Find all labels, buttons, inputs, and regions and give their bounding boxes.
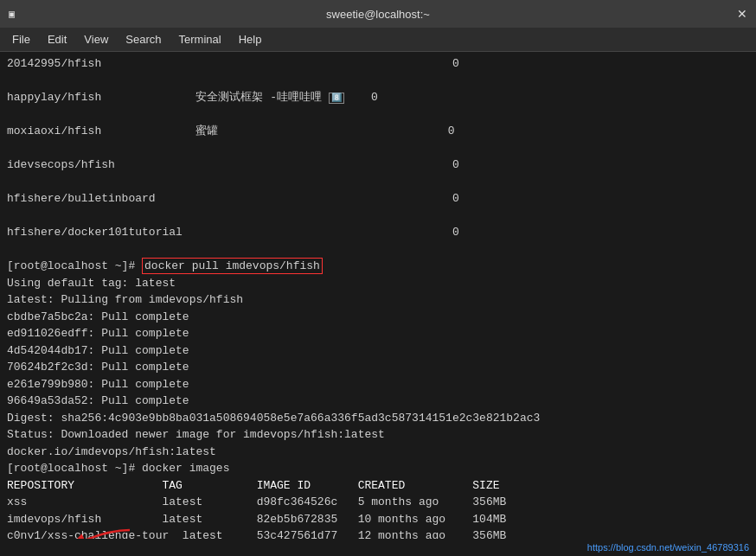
- line-layer5: e261e799b980: Pull complete: [7, 376, 749, 393]
- line-docker-url: docker.io/imdevops/hfish:latest: [7, 444, 749, 461]
- line-11: hfishere/docker101tutorial 0: [7, 224, 749, 241]
- menu-view[interactable]: View: [75, 29, 117, 49]
- menu-terminal[interactable]: Terminal: [170, 29, 230, 49]
- line-3: happylay/hfish 安全测试框架 -哇哩哇哩 8️⃣ 0: [7, 89, 749, 106]
- menu-file[interactable]: File: [3, 29, 39, 49]
- line-10: [7, 208, 749, 225]
- menu-help[interactable]: Help: [230, 29, 271, 49]
- line-5: moxiaoxi/hfish 蜜罐 0: [7, 123, 749, 140]
- line-layer1: cbdbe7a5bc2a: Pull complete: [7, 309, 749, 326]
- line-4: [7, 106, 749, 124]
- line-tag: Using default tag: latest: [7, 275, 749, 292]
- footer-link: https://blog.csdn.net/weixin_46789316: [587, 542, 749, 553]
- line-layer3: 4d542044db17: Pull complete: [7, 342, 749, 360]
- terminal-window: ▣ sweetie@localhost:~ ✕ File Edit View S…: [0, 0, 756, 556]
- line-row-xss: xss latest d98fc364526c 5 months ago 356…: [7, 494, 749, 511]
- line-9: hfishere/bulletinboard 0: [7, 190, 749, 208]
- line-status: Status: Downloaded newer image for imdev…: [7, 426, 749, 444]
- window-icon: ▣: [9, 8, 15, 21]
- terminal-output[interactable]: 20142995/hfish 0 happylay/hfish 安全测试框架 -…: [0, 52, 756, 539]
- line-docker-images-cmd: [root@localhost ~]# docker images: [7, 460, 749, 477]
- menu-edit[interactable]: Edit: [39, 29, 75, 49]
- red-arrow: [52, 526, 138, 539]
- line-layer2: ed911026edff: Pull complete: [7, 325, 749, 342]
- line-header: REPOSITORY TAG IMAGE ID CREATED SIZE: [7, 477, 749, 495]
- close-button[interactable]: ✕: [737, 7, 747, 21]
- line-12: [7, 241, 749, 259]
- line-pull: latest: Pulling from imdevops/hfish: [7, 291, 749, 309]
- line-layer6: 96649a53da52: Pull complete: [7, 393, 749, 410]
- title-bar: ▣ sweetie@localhost:~ ✕: [0, 0, 756, 28]
- line-command: [root@localhost ~]# docker pull imdevops…: [7, 258, 749, 275]
- line-7: idevsecops/hfish 0: [7, 157, 749, 174]
- menu-bar: File Edit View Search Terminal Help: [0, 28, 756, 52]
- command-highlight: docker pull imdevops/hfish: [142, 258, 323, 274]
- line-layer4: 70624b2f2c3d: Pull complete: [7, 359, 749, 376]
- line-digest: Digest: sha256:4c903e9bb8ba031a508694058…: [7, 410, 749, 427]
- window-title: sweetie@localhost:~: [326, 8, 430, 21]
- line-2: [7, 73, 749, 90]
- line-6: [7, 140, 749, 157]
- line-8: [7, 174, 749, 191]
- menu-search[interactable]: Search: [117, 29, 170, 49]
- line-1: 20142995/hfish 0: [7, 55, 749, 73]
- footer-bar: https://blog.csdn.net/weixin_46789316: [0, 539, 756, 556]
